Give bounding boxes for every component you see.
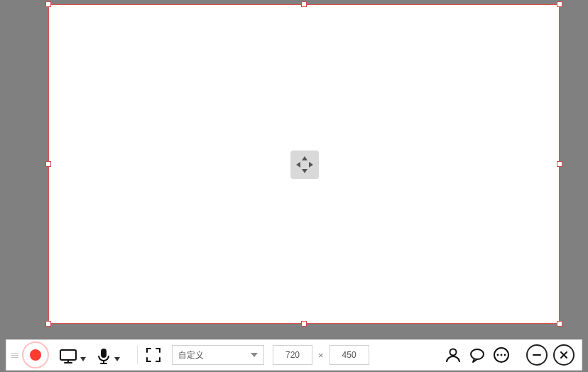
person-icon [445,346,462,363]
more-button[interactable] [491,344,512,366]
toolbar: 自定义 × [6,339,582,371]
annotation-button[interactable] [467,344,488,366]
capture-mode-label: 自定义 [178,349,204,361]
toolbar-divider [137,346,138,364]
svg-point-14 [471,349,484,359]
handle-s[interactable] [301,321,307,327]
svg-point-13 [450,349,457,356]
minus-icon [532,350,542,360]
fullscreen-icon [146,347,161,363]
move-icon [295,155,314,174]
svg-point-16 [497,354,499,356]
svg-marker-0 [302,156,307,160]
dimension-separator: × [318,350,324,361]
svg-marker-11 [114,357,120,361]
capture-region[interactable] [48,4,560,324]
chevron-down-icon [114,357,120,361]
more-icon [493,346,510,363]
menu-button[interactable] [11,353,19,358]
screen-source-dropdown[interactable] [59,344,86,366]
handle-sw[interactable] [45,321,51,327]
handle-nw[interactable] [45,1,51,7]
close-icon [559,350,569,360]
fullscreen-button[interactable] [145,346,162,363]
move-handle[interactable] [290,151,319,179]
svg-marker-3 [309,162,313,168]
svg-marker-2 [296,162,300,168]
webcam-button[interactable] [442,344,464,366]
minimize-button[interactable] [526,344,548,366]
svg-rect-4 [60,350,76,360]
width-input[interactable] [273,345,312,365]
handle-w[interactable] [45,161,51,167]
handle-e[interactable] [557,161,562,167]
chevron-down-icon [80,357,86,361]
audio-source-dropdown[interactable] [96,344,120,366]
handle-n[interactable] [301,1,307,7]
canvas-area [0,0,588,339]
svg-rect-8 [101,349,107,358]
handle-se[interactable] [557,321,562,327]
record-icon [30,349,41,361]
svg-marker-1 [302,169,307,173]
svg-point-17 [501,354,503,356]
chevron-down-icon [251,353,258,357]
svg-marker-12 [251,353,258,357]
svg-point-18 [504,354,506,356]
capture-mode-select[interactable]: 自定义 [172,345,264,365]
svg-marker-7 [80,357,86,361]
handle-ne[interactable] [557,1,562,7]
close-button[interactable] [553,344,575,366]
record-button[interactable] [22,341,49,368]
monitor-icon [59,347,77,366]
microphone-icon [96,347,111,366]
speech-bubble-icon [469,346,486,363]
height-input[interactable] [330,345,369,365]
